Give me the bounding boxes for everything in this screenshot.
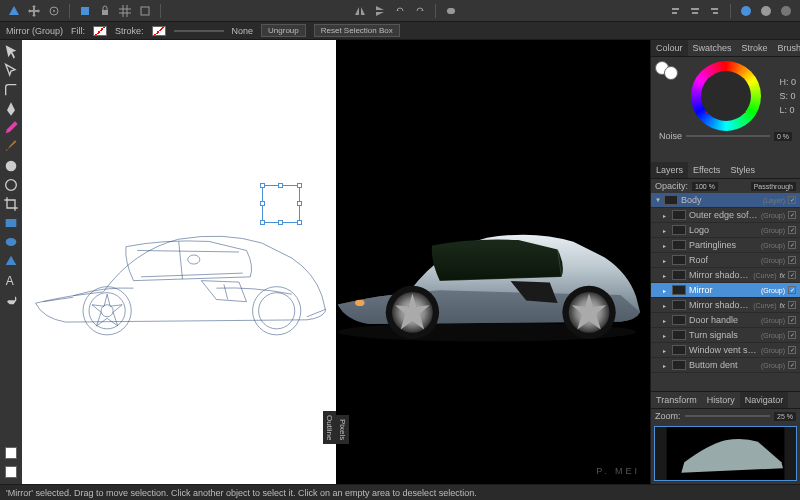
navigator-preview[interactable] — [654, 426, 797, 481]
visibility-check[interactable]: ✓ — [788, 271, 796, 279]
align-right-icon[interactable] — [707, 3, 723, 19]
layer-row[interactable]: ▸Turn signals(Group)✓ — [651, 328, 800, 343]
noise-value: 0 % — [774, 132, 792, 141]
transparency-tool-icon[interactable] — [3, 177, 19, 193]
visibility-check[interactable]: ✓ — [788, 226, 796, 234]
rectangle-tool-icon[interactable] — [3, 215, 19, 231]
layer-row[interactable]: ▸Mirror shadow 02(Curve)fx✓ — [651, 298, 800, 313]
transform-icon[interactable] — [137, 3, 153, 19]
visibility-check[interactable]: ✓ — [788, 196, 796, 204]
text-tool-icon[interactable]: A — [3, 272, 19, 288]
pen-tool-icon[interactable] — [3, 101, 19, 117]
chevron-right-icon[interactable]: ▸ — [663, 227, 669, 234]
visibility-check[interactable]: ✓ — [788, 361, 796, 369]
layer-name: Partinglines — [689, 240, 758, 250]
tab-colour[interactable]: Colour — [651, 40, 688, 56]
node-tool-icon[interactable] — [3, 63, 19, 79]
target-icon[interactable] — [46, 3, 62, 19]
visibility-check[interactable]: ✓ — [788, 301, 796, 309]
fg-color-swatch[interactable] — [3, 445, 19, 461]
chevron-right-icon[interactable]: ▸ — [663, 302, 669, 309]
layer-row[interactable]: ▸Outer edge softening(Group)✓ — [651, 208, 800, 223]
tab-effects[interactable]: Effects — [688, 162, 725, 178]
visibility-check[interactable]: ✓ — [788, 346, 796, 354]
tab-brushes[interactable]: Brushes — [773, 40, 800, 56]
rotate-ccw-icon[interactable] — [392, 3, 408, 19]
reset-selection-button[interactable]: Reset Selection Box — [314, 24, 400, 37]
chevron-right-icon[interactable]: ▸ — [663, 272, 669, 279]
brush-tool-icon[interactable] — [3, 139, 19, 155]
grid-icon[interactable] — [117, 3, 133, 19]
layer-row[interactable]: ▸Logo(Group)✓ — [651, 223, 800, 238]
chevron-down-icon[interactable]: ▼ — [655, 197, 661, 203]
flip-h-icon[interactable] — [352, 3, 368, 19]
tab-swatches[interactable]: Swatches — [688, 40, 737, 56]
pixels-tab[interactable]: Pixels — [336, 415, 349, 444]
tab-layers[interactable]: Layers — [651, 162, 688, 178]
chevron-right-icon[interactable]: ▸ — [663, 362, 669, 369]
hand-tool-icon[interactable] — [3, 291, 19, 307]
layer-row[interactable]: ▸Mirror(Group)✓ — [651, 283, 800, 298]
tab-history[interactable]: History — [702, 392, 740, 408]
corner-tool-icon[interactable] — [3, 82, 19, 98]
visibility-check[interactable]: ✓ — [788, 211, 796, 219]
hue-wheel[interactable] — [691, 61, 761, 131]
tab-styles[interactable]: Styles — [725, 162, 760, 178]
stroke-width-slider[interactable] — [174, 30, 224, 32]
outline-tab[interactable]: Outline — [323, 411, 336, 444]
opacity-value[interactable]: 100 % — [692, 182, 718, 191]
layer-row[interactable]: ▸Roof(Group)✓ — [651, 253, 800, 268]
align-center-icon[interactable] — [687, 3, 703, 19]
layer-row[interactable]: ▸Partinglines(Group)✓ — [651, 238, 800, 253]
layer-row[interactable]: ▸Window vent shadows(Group)✓ — [651, 343, 800, 358]
subtract-icon[interactable] — [463, 3, 479, 19]
pencil-tool-icon[interactable] — [3, 120, 19, 136]
snap-icon[interactable] — [77, 3, 93, 19]
selection-box[interactable] — [262, 185, 300, 223]
layer-row[interactable]: ▸Mirror shadow 01(Curve)fx✓ — [651, 268, 800, 283]
fill-tool-icon[interactable] — [3, 158, 19, 174]
sat-triangle[interactable] — [706, 79, 746, 113]
fill-swatch[interactable] — [93, 26, 107, 36]
visibility-check[interactable]: ✓ — [788, 241, 796, 249]
tab-transform[interactable]: Transform — [651, 392, 702, 408]
visibility-check[interactable]: ✓ — [788, 256, 796, 264]
layer-row[interactable]: ▸Buttom dent(Group)✓ — [651, 358, 800, 373]
align-left-icon[interactable] — [667, 3, 683, 19]
flip-v-icon[interactable] — [372, 3, 388, 19]
visibility-check[interactable]: ✓ — [788, 316, 796, 324]
bg-circle[interactable] — [664, 66, 678, 80]
bg-color-swatch[interactable] — [3, 464, 19, 480]
persona-draw-icon[interactable] — [738, 3, 754, 19]
persona-pixel-icon[interactable] — [758, 3, 774, 19]
chevron-right-icon[interactable]: ▸ — [663, 317, 669, 324]
ellipse-tool-icon[interactable] — [3, 234, 19, 250]
layer-root[interactable]: ▼ Body (Layer) ✓ — [651, 193, 800, 208]
visibility-check[interactable]: ✓ — [788, 286, 796, 294]
crop-tool-icon[interactable] — [3, 196, 19, 212]
zoom-slider[interactable] — [685, 415, 771, 417]
visibility-check[interactable]: ✓ — [788, 331, 796, 339]
chevron-right-icon[interactable]: ▸ — [663, 332, 669, 339]
move-tool-icon[interactable] — [3, 44, 19, 60]
chevron-right-icon[interactable]: ▸ — [663, 257, 669, 264]
tab-stroke[interactable]: Stroke — [737, 40, 773, 56]
chevron-right-icon[interactable]: ▸ — [663, 287, 669, 294]
lock-icon[interactable] — [97, 3, 113, 19]
persona-export-icon[interactable] — [778, 3, 794, 19]
zoom-value[interactable]: 25 % — [774, 412, 796, 421]
chevron-right-icon[interactable]: ▸ — [663, 242, 669, 249]
blend-mode[interactable]: Passthrough — [751, 182, 796, 191]
stroke-swatch[interactable] — [152, 26, 166, 36]
union-icon[interactable] — [443, 3, 459, 19]
rotate-cw-icon[interactable] — [412, 3, 428, 19]
noise-slider[interactable] — [686, 135, 770, 137]
tab-navigator[interactable]: Navigator — [740, 392, 789, 408]
move-icon[interactable] — [26, 3, 42, 19]
layer-row[interactable]: ▸Door handle(Group)✓ — [651, 313, 800, 328]
canvas-viewport[interactable]: Outline Pixels — [22, 40, 650, 484]
chevron-right-icon[interactable]: ▸ — [663, 347, 669, 354]
triangle-tool-icon[interactable] — [3, 253, 19, 269]
ungroup-button[interactable]: Ungroup — [261, 24, 306, 37]
chevron-right-icon[interactable]: ▸ — [663, 212, 669, 219]
